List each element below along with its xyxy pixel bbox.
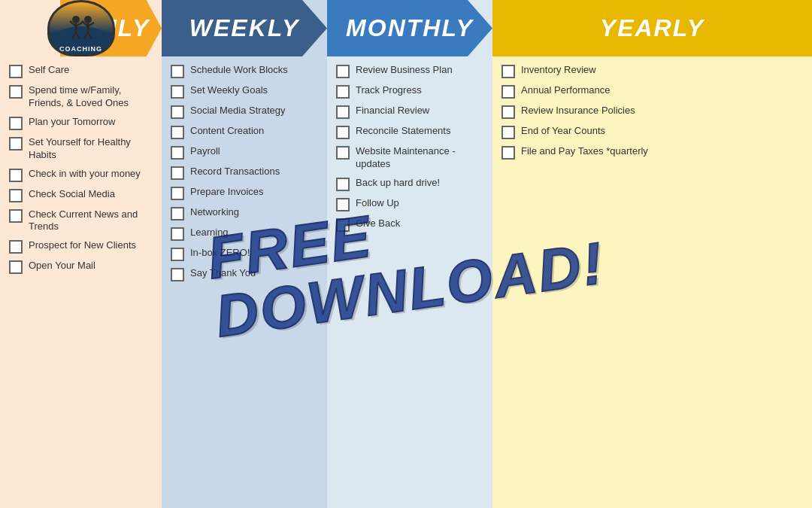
checkbox[interactable] [171, 207, 184, 221]
list-item: Follow Up [336, 197, 483, 211]
item-text: Back up hard drive! [356, 177, 483, 190]
weekly-label: WEEKLY [189, 14, 300, 42]
item-text: Record Transactions [190, 166, 318, 178]
item-text: Follow Up [356, 197, 483, 210]
item-text: Spend time w/Family, Friends, & Loved On… [29, 84, 153, 110]
checkbox[interactable] [336, 126, 350, 139]
checkbox[interactable] [171, 85, 184, 99]
item-text: Set Weekly Goals [190, 84, 318, 97]
item-text: Schedule Work Blocks [190, 64, 318, 77]
monthly-label: MONTHLY [346, 14, 474, 42]
list-item: Prepare Invoices [171, 186, 318, 200]
checkbox[interactable] [336, 65, 350, 78]
checkbox[interactable] [9, 209, 23, 223]
checkbox[interactable] [171, 268, 184, 281]
item-text: Review Insurance Policies [521, 105, 803, 117]
checkbox[interactable] [171, 187, 184, 200]
yearly-header: YEARLY [492, 0, 812, 56]
list-item: Payroll [171, 145, 318, 160]
monthly-column: MONTHLY Review Business Plan Track Progr… [327, 0, 492, 508]
checkbox[interactable] [9, 65, 23, 78]
list-item: Plan your Tomorrow [9, 116, 153, 130]
list-item: Track Progress [336, 84, 483, 99]
checkbox[interactable] [9, 189, 23, 202]
svg-point-1 [72, 16, 80, 23]
monthly-checklist: Review Business Plan Track Progress Fina… [327, 56, 492, 508]
list-item: End of Year Counts [501, 125, 803, 139]
item-text: Social Media Strategy [190, 105, 318, 117]
list-item: Financial Review [336, 105, 483, 119]
daily-column: COACHING DAILY Self Care Spend time w/Fa… [0, 0, 162, 508]
checkbox[interactable] [9, 240, 23, 254]
weekly-checklist: Schedule Work Blocks Set Weekly Goals So… [162, 56, 327, 508]
weekly-header: WEEKLY [162, 0, 327, 56]
checkbox[interactable] [9, 260, 23, 274]
yearly-label: YEARLY [600, 14, 704, 42]
list-item: Back up hard drive! [336, 177, 483, 191]
list-item: Learning [171, 227, 318, 241]
item-text: Self Care [29, 64, 153, 77]
checkbox[interactable] [9, 169, 23, 182]
list-item: Check Social Media [9, 188, 153, 202]
checkbox[interactable] [501, 85, 515, 99]
item-text: Website Maintenance - updates [356, 145, 483, 171]
list-item: Social Media Strategy [171, 105, 318, 119]
list-item: Give Back [336, 217, 483, 232]
checkbox[interactable] [336, 198, 350, 211]
list-item: Check Current News and Trends [9, 208, 153, 234]
list-item: Review Insurance Policies [501, 105, 803, 119]
list-item: Set Yourself for Healthy Habits [9, 136, 153, 162]
checkbox[interactable] [171, 248, 184, 261]
checkbox[interactable] [171, 227, 184, 241]
list-item: File and Pay Taxes *quarterly [501, 145, 803, 160]
item-text: Track Progress [356, 84, 483, 97]
list-item: Inventory Review [501, 64, 803, 78]
svg-point-0 [55, 26, 108, 44]
item-text: Networking [190, 206, 318, 219]
list-item: Review Business Plan [336, 64, 483, 78]
item-text: Payroll [190, 145, 318, 158]
checkbox[interactable] [9, 137, 23, 151]
checkbox[interactable] [501, 65, 515, 78]
item-text: Inventory Review [521, 64, 803, 77]
item-text: Check Social Media [29, 188, 153, 201]
item-text: Check in with your money [29, 168, 153, 181]
yearly-column: YEARLY Inventory Review Annual Performan… [492, 0, 812, 508]
checkbox[interactable] [336, 105, 350, 119]
checkbox[interactable] [336, 146, 350, 160]
list-item: Reconcile Statements [336, 125, 483, 139]
checkbox[interactable] [171, 105, 184, 119]
checkbox[interactable] [171, 166, 184, 180]
list-item: Schedule Work Blocks [171, 64, 318, 78]
checkbox[interactable] [171, 65, 184, 78]
daily-header-row: COACHING DAILY [0, 0, 162, 56]
item-text: Plan your Tomorrow [29, 116, 153, 129]
checkbox[interactable] [501, 126, 515, 139]
logo-coaching-text: COACHING [50, 44, 113, 54]
checkbox[interactable] [501, 146, 515, 160]
checkbox[interactable] [171, 146, 184, 160]
checkbox[interactable] [336, 85, 350, 99]
list-item: Set Weekly Goals [171, 84, 318, 99]
logo-circle: COACHING [47, 0, 115, 56]
item-text: Give Back [356, 217, 483, 230]
checkbox[interactable] [501, 105, 515, 119]
weekly-column: WEEKLY Schedule Work Blocks Set Weekly G… [162, 0, 327, 508]
checkbox[interactable] [9, 117, 23, 130]
checkbox[interactable] [336, 218, 350, 232]
list-item: Open Your Mail [9, 260, 153, 274]
list-item: Check in with your money [9, 168, 153, 182]
list-item: Say Thank You [171, 267, 318, 281]
list-item: Spend time w/Family, Friends, & Loved On… [9, 84, 153, 110]
list-item: Prospect for New Clients [9, 239, 153, 254]
item-text: Content Creation [190, 125, 318, 138]
checkbox[interactable] [9, 85, 23, 99]
item-text: File and Pay Taxes *quarterly [521, 145, 803, 158]
yearly-checklist: Inventory Review Annual Performance Revi… [492, 56, 812, 508]
checkbox[interactable] [171, 126, 184, 139]
item-text: Say Thank You [190, 267, 318, 280]
list-item: Record Transactions [171, 166, 318, 180]
checkbox[interactable] [336, 178, 350, 191]
list-item: In-box ZERO! [171, 247, 318, 261]
list-item: Content Creation [171, 125, 318, 139]
